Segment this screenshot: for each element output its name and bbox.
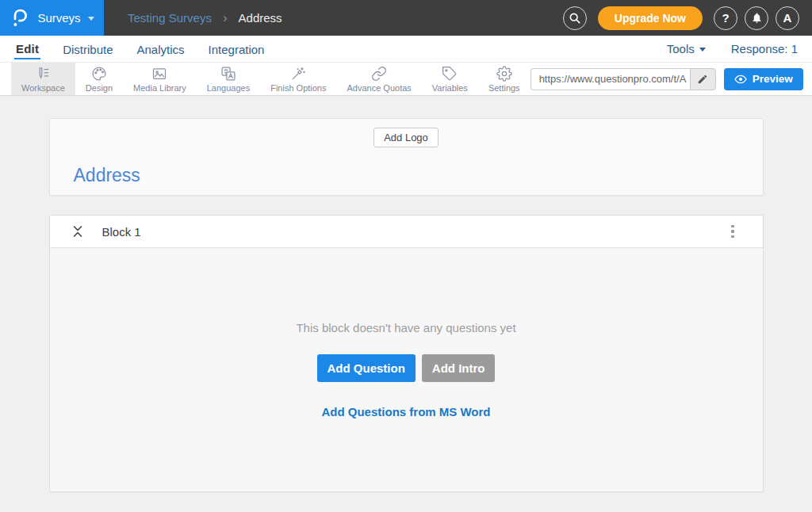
response-count: Response: 1 <box>731 42 798 55</box>
toolbar-item-label: Media Library <box>133 83 186 93</box>
toolbar-item-label: Languages <box>207 83 250 93</box>
toolbar-item-advance-quotas[interactable]: Advance Quotas <box>336 63 421 95</box>
toolbar-item-label: Design <box>86 83 113 93</box>
search-button[interactable] <box>563 6 587 30</box>
notifications-button[interactable] <box>745 6 768 30</box>
editor-toolbar: Workspace Design Media Library <box>0 63 812 96</box>
pencil-icon <box>697 74 708 85</box>
avatar-initial: A <box>783 11 792 25</box>
settings-icon <box>496 66 512 82</box>
product-switcher[interactable]: Surveys <box>0 0 104 36</box>
account-avatar[interactable]: A <box>776 6 799 30</box>
tools-label: Tools <box>667 42 695 55</box>
kebab-icon <box>731 225 734 228</box>
media-library-icon <box>151 66 167 82</box>
question-mark-icon: ? <box>722 11 729 25</box>
finish-options-icon <box>290 66 306 82</box>
breadcrumb-parent[interactable]: Testing Surveys <box>128 11 212 25</box>
toolbar-item-finish-options[interactable]: Finish Options <box>260 63 336 95</box>
bell-icon <box>751 12 763 24</box>
toolbar-item-settings[interactable]: Settings <box>478 63 530 95</box>
toolbar-item-label: Workspace <box>21 83 65 93</box>
breadcrumb-separator-icon: › <box>223 10 228 26</box>
toolbar-item-media-library[interactable]: Media Library <box>123 63 197 95</box>
survey-header-card: Add Logo Address <box>49 118 764 196</box>
toolbar-item-design[interactable]: Design <box>75 63 123 95</box>
empty-block-message: This block doesn't have any questions ye… <box>296 321 515 334</box>
main-nav: Edit Distribute Analytics Integration To… <box>0 36 812 63</box>
top-actions: Upgrade Now ? A <box>563 0 812 36</box>
questionpro-survey-editor: Surveys Testing Surveys › Address Upgrad… <box>0 0 812 512</box>
eye-icon <box>734 73 747 86</box>
survey-url-group <box>530 68 716 90</box>
questionpro-logo-icon <box>10 8 30 29</box>
toolbar-item-variables[interactable]: Variables <box>422 63 478 95</box>
collapse-block-button[interactable] <box>71 224 85 239</box>
chevron-down-icon <box>699 48 706 52</box>
chevron-down-icon <box>88 17 94 21</box>
empty-block-actions: Add Question Add Intro <box>317 354 496 382</box>
block-menu-button[interactable] <box>726 222 739 242</box>
preview-button[interactable]: Preview <box>724 68 803 90</box>
edit-url-button[interactable] <box>690 68 716 90</box>
block-body: This block doesn't have any questions ye… <box>50 248 763 491</box>
toolbar-item-languages[interactable]: Languages <box>197 63 260 95</box>
workspace-icon <box>35 66 51 82</box>
search-icon <box>569 12 581 25</box>
breadcrumb: Testing Surveys › Address <box>104 0 282 36</box>
variables-icon <box>442 66 458 82</box>
collapse-icon <box>72 225 83 238</box>
breadcrumb-current: Address <box>239 11 282 25</box>
tab-edit[interactable]: Edit <box>14 38 40 59</box>
tab-analytics[interactable]: Analytics <box>136 39 186 59</box>
upgrade-now-button[interactable]: Upgrade Now <box>598 6 703 30</box>
add-question-button[interactable]: Add Question <box>317 354 416 382</box>
tab-distribute[interactable]: Distribute <box>61 39 114 59</box>
languages-icon <box>220 66 236 82</box>
survey-title[interactable]: Address <box>50 165 763 195</box>
survey-url-input[interactable] <box>530 68 690 90</box>
preview-label: Preview <box>753 73 793 85</box>
advance-quotas-icon <box>371 66 387 82</box>
block-card: Block 1 This block doesn't have any ques… <box>49 215 764 492</box>
toolbar-item-label: Advance Quotas <box>347 83 411 93</box>
product-name: Surveys <box>37 11 80 25</box>
toolbar-item-label: Settings <box>488 83 520 93</box>
toolbar-item-label: Variables <box>432 83 468 93</box>
editor-content: Add Logo Address Block 1 This block does… <box>0 96 812 492</box>
top-bar: Surveys Testing Surveys › Address Upgrad… <box>0 0 812 36</box>
add-questions-from-msword-link[interactable]: Add Questions from MS Word <box>321 405 490 418</box>
add-intro-button[interactable]: Add Intro <box>422 354 496 382</box>
tools-menu[interactable]: Tools <box>667 42 706 55</box>
design-icon <box>91 66 107 82</box>
help-button[interactable]: ? <box>714 6 737 30</box>
toolbar-item-label: Finish Options <box>270 83 326 93</box>
block-title[interactable]: Block 1 <box>102 225 141 239</box>
add-logo-button[interactable]: Add Logo <box>373 128 439 147</box>
block-header: Block 1 <box>50 216 763 248</box>
toolbar-item-workspace[interactable]: Workspace <box>11 63 75 95</box>
nav-right: Tools Response: 1 <box>667 42 798 55</box>
tab-integration[interactable]: Integration <box>207 39 266 59</box>
